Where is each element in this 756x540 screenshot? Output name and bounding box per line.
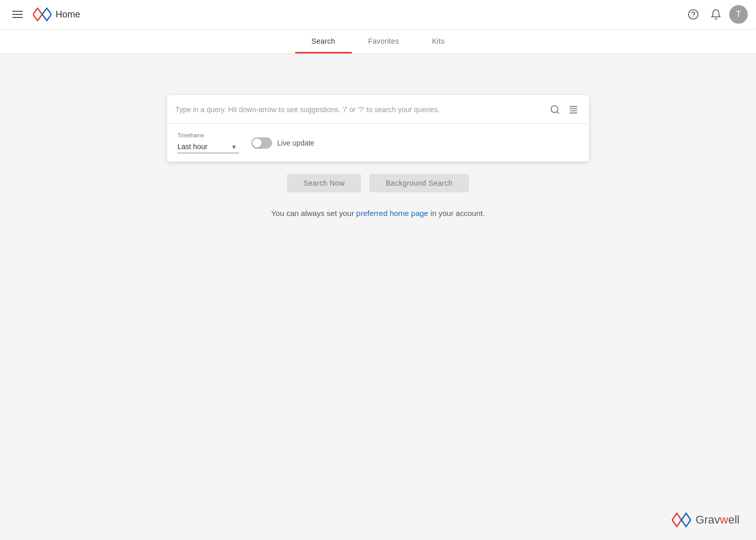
- nav-title: Home: [56, 9, 80, 20]
- svg-rect-7: [570, 108, 578, 109]
- branding-label: Gravwell: [695, 513, 740, 527]
- timeframe-wrapper: Last hour Last 24 hours Last 7 days Last…: [177, 140, 239, 153]
- svg-rect-6: [570, 106, 578, 107]
- live-update-toggle[interactable]: [251, 137, 272, 149]
- nav-right: T: [684, 5, 748, 24]
- tab-bar: Search Favorites Kits: [0, 29, 756, 54]
- svg-line-5: [557, 111, 559, 113]
- nav-left: Home: [8, 5, 80, 24]
- preferred-home-page-link[interactable]: preferred home page: [356, 209, 428, 218]
- info-text-before: You can always set your: [271, 209, 356, 218]
- saved-queries-button[interactable]: [566, 102, 581, 117]
- search-card: Timeframe Last hour Last 24 hours Last 7…: [167, 95, 589, 161]
- tab-favorites[interactable]: Favorites: [352, 29, 416, 53]
- svg-marker-10: [672, 513, 681, 527]
- background-search-button[interactable]: Background Search: [369, 174, 469, 192]
- tab-search[interactable]: Search: [295, 29, 352, 53]
- tab-kits[interactable]: Kits: [416, 29, 461, 53]
- main-content: Timeframe Last hour Last 24 hours Last 7…: [0, 54, 756, 218]
- notifications-button[interactable]: [707, 5, 725, 24]
- search-input-icons: [548, 102, 581, 117]
- search-options-row: Timeframe Last hour Last 24 hours Last 7…: [167, 124, 589, 161]
- live-update-group: Live update: [251, 137, 314, 149]
- branding-highlight: w: [720, 513, 728, 526]
- gravwell-logo-icon: [33, 7, 51, 22]
- list-icon: [568, 104, 579, 115]
- info-text: You can always set your preferred home p…: [271, 209, 485, 218]
- gravwell-branding-logo-icon: [672, 512, 691, 528]
- search-submit-button[interactable]: [548, 102, 562, 117]
- search-icon: [550, 104, 560, 115]
- branding: Gravwell: [672, 512, 740, 528]
- navbar: Home T: [0, 0, 756, 29]
- svg-marker-1: [42, 8, 51, 21]
- svg-rect-8: [570, 110, 578, 111]
- toggle-slider: [251, 137, 272, 149]
- svg-marker-11: [681, 513, 691, 527]
- timeframe-select[interactable]: Last hour Last 24 hours Last 7 days Last…: [177, 140, 239, 153]
- svg-marker-0: [33, 8, 42, 21]
- action-buttons: Search Now Background Search: [287, 174, 469, 192]
- info-text-after: in your account.: [428, 209, 485, 218]
- logo-container: Home: [33, 7, 80, 22]
- help-button[interactable]: [684, 5, 703, 24]
- live-update-label: Live update: [277, 139, 314, 147]
- bell-icon: [710, 9, 722, 20]
- svg-rect-9: [570, 112, 578, 113]
- search-input-row: [167, 95, 589, 124]
- search-now-button[interactable]: Search Now: [287, 174, 361, 192]
- hamburger-menu-button[interactable]: [8, 5, 27, 24]
- search-query-input[interactable]: [175, 95, 548, 123]
- timeframe-group: Timeframe Last hour Last 24 hours Last 7…: [177, 132, 239, 153]
- help-icon: [688, 9, 699, 20]
- avatar-button[interactable]: T: [729, 5, 748, 24]
- timeframe-label: Timeframe: [177, 132, 239, 138]
